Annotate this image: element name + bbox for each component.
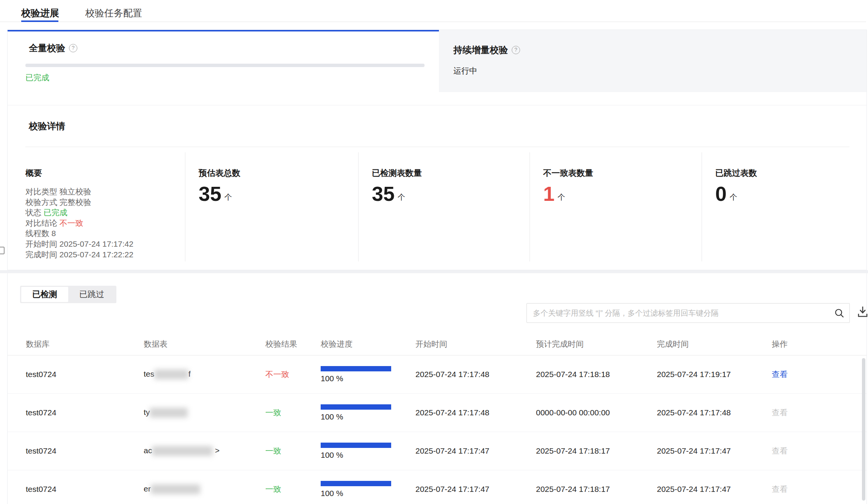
stat-unit: 个 bbox=[558, 192, 565, 204]
table-row: test0724tesf不一致100 %2025-07-24 17:17:482… bbox=[8, 355, 866, 394]
table-name-prefix: ty bbox=[144, 408, 150, 416]
cell-result: 一致 bbox=[265, 484, 321, 495]
cell-result: 不一致 bbox=[265, 369, 321, 380]
search-icon[interactable] bbox=[834, 308, 844, 318]
vertical-scrollbar[interactable] bbox=[862, 358, 865, 501]
summary-label: 完成时间 bbox=[25, 250, 57, 259]
cell-result: 一致 bbox=[265, 407, 321, 418]
column-header: 操作 bbox=[772, 339, 866, 349]
table-name-suffix: f bbox=[188, 369, 191, 378]
cell-expected-finish-time: 2025-07-24 17:18:17 bbox=[536, 485, 657, 494]
seg-tab-skipped[interactable]: 已跳过 bbox=[68, 287, 115, 302]
summary-label: 对比类型 bbox=[25, 187, 57, 196]
stat-value: 35 bbox=[372, 183, 395, 204]
summary-label: 开始时间 bbox=[25, 239, 57, 248]
incremental-check-title-text: 持续增量校验 bbox=[453, 44, 508, 56]
help-icon[interactable]: ? bbox=[512, 46, 520, 54]
summary-label: 状态 bbox=[25, 208, 41, 217]
cell-database: test0724 bbox=[26, 485, 144, 494]
table-row: test0724ty一致100 %2025-07-24 17:17:480000… bbox=[8, 394, 866, 432]
tabstrip-divider bbox=[0, 22, 866, 22]
stat-number: 0个 bbox=[715, 183, 849, 204]
full-check-status: 已完成 bbox=[25, 72, 49, 83]
progress-percent: 100 % bbox=[321, 451, 391, 460]
active-tab-underline bbox=[21, 20, 58, 22]
table-row: test0724er一致100 %2025-07-24 17:17:472025… bbox=[8, 470, 866, 504]
progress-bar bbox=[321, 366, 391, 371]
cell-table-name: ac > bbox=[144, 446, 265, 456]
cell-finish-time: 2025-07-24 17:19:17 bbox=[657, 370, 772, 379]
stat-cell: 不一致表数量1个 bbox=[530, 152, 702, 261]
summary-title: 概要 bbox=[25, 167, 185, 179]
stat-value: 1 bbox=[543, 183, 555, 204]
cell-database: test0724 bbox=[26, 446, 144, 455]
summary-value: 不一致 bbox=[60, 219, 83, 227]
cell-start-time: 2025-07-24 17:17:48 bbox=[415, 408, 536, 417]
progress-track bbox=[321, 443, 391, 448]
redacted-table-name bbox=[150, 408, 188, 418]
summary-label: 线程数 bbox=[25, 229, 49, 238]
full-check-panel: 全量校验 ? 已完成 bbox=[8, 30, 439, 105]
cell-finish-time: 2025-07-24 17:17:47 bbox=[657, 446, 772, 455]
progress-bar bbox=[321, 443, 391, 448]
table-name-prefix: ac bbox=[144, 446, 152, 455]
stat-label: 已跳过表数 bbox=[715, 167, 849, 179]
summary-value: 2025-07-24 17:22:22 bbox=[60, 250, 133, 259]
cell-table-name: tesf bbox=[144, 369, 265, 379]
incremental-check-status: 运行中 bbox=[453, 66, 477, 76]
stat-cell: 预估表总数35个 bbox=[185, 152, 358, 261]
column-header: 校验结果 bbox=[265, 339, 321, 349]
column-header: 完成时间 bbox=[657, 339, 772, 349]
table-body: test0724tesf不一致100 %2025-07-24 17:17:482… bbox=[8, 355, 866, 504]
summary-line: 开始时间 2025-07-24 17:17:42 bbox=[25, 239, 185, 249]
summary-value: 完整校验 bbox=[60, 198, 91, 207]
seg-tab-checked[interactable]: 已检测 bbox=[21, 287, 68, 302]
summary-line: 线程数 8 bbox=[25, 228, 185, 239]
check-mode-row: 全量校验 ? 已完成 持续增量校验 ? 运行中 bbox=[8, 30, 866, 105]
summary-label: 校验方式 bbox=[25, 198, 57, 207]
tab-verification-progress[interactable]: 校验进展 bbox=[21, 8, 59, 18]
cell-expected-finish-time: 0000-00-00 00:00:00 bbox=[536, 408, 657, 417]
table-name-prefix: er bbox=[144, 484, 151, 493]
tab-verification-task-config[interactable]: 校验任务配置 bbox=[85, 8, 142, 18]
column-header: 数据库 bbox=[26, 339, 144, 349]
cell-table-name: ty bbox=[144, 408, 265, 418]
summary-line: 对比结论 不一致 bbox=[25, 218, 185, 229]
view-link: 查看 bbox=[772, 484, 866, 495]
summary-value: 2025-07-24 17:17:42 bbox=[60, 239, 133, 248]
stat-number: 1个 bbox=[543, 183, 702, 204]
stat-number: 35个 bbox=[199, 183, 358, 204]
cell-start-time: 2025-07-24 17:17:47 bbox=[415, 485, 536, 494]
stats-grid: 概要 对比类型 独立校验校验方式 完整校验状态 已完成对比结论 不一致线程数 8… bbox=[25, 152, 849, 261]
left-edge-handle[interactable] bbox=[0, 247, 5, 254]
summary-line: 状态 已完成 bbox=[25, 207, 185, 218]
cell-progress: 100 % bbox=[321, 481, 391, 498]
stat-unit: 个 bbox=[398, 192, 405, 204]
download-icon[interactable] bbox=[857, 306, 868, 319]
cell-table-name: er bbox=[144, 484, 265, 494]
cell-start-time: 2025-07-24 17:17:47 bbox=[415, 446, 536, 455]
stat-value: 0 bbox=[715, 183, 727, 204]
summary-line: 校验方式 完整校验 bbox=[25, 197, 185, 208]
stat-number: 35个 bbox=[372, 183, 530, 204]
detail-divider bbox=[25, 147, 849, 147]
view-link[interactable]: 查看 bbox=[772, 369, 866, 380]
verification-overview-card: 全量校验 ? 已完成 持续增量校验 ? 运行中 校验详情 概要 对比类型 独立校… bbox=[7, 30, 867, 270]
stat-unit: 个 bbox=[224, 192, 232, 204]
incremental-check-title: 持续增量校验 ? bbox=[453, 44, 520, 56]
stat-cell: 已跳过表数0个 bbox=[702, 152, 849, 261]
help-icon[interactable]: ? bbox=[69, 44, 77, 52]
cell-progress: 100 % bbox=[321, 366, 391, 383]
search-input[interactable] bbox=[527, 304, 849, 322]
cell-database: test0724 bbox=[26, 408, 144, 417]
summary-line: 完成时间 2025-07-24 17:22:22 bbox=[25, 249, 185, 260]
checked-tables-card: 已检测已跳过 数据库数据表校验结果校验进度开始时间预计完成时间完成时间操作 te… bbox=[7, 273, 867, 504]
table-name-prefix: tes bbox=[144, 369, 154, 378]
stat-unit: 个 bbox=[730, 192, 737, 204]
progress-bar bbox=[321, 481, 391, 486]
stat-label: 已检测表数量 bbox=[372, 167, 530, 179]
full-check-title-text: 全量校验 bbox=[29, 42, 65, 54]
column-header: 数据表 bbox=[144, 339, 265, 349]
section-gap bbox=[0, 270, 868, 273]
full-check-title: 全量校验 ? bbox=[29, 42, 77, 54]
